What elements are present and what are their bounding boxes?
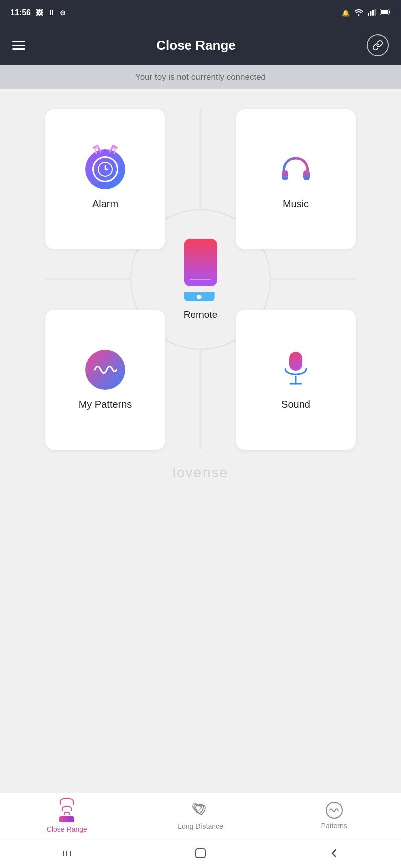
nav-patterns[interactable]: Patterns — [267, 793, 401, 838]
svg-rect-11 — [289, 352, 302, 371]
connection-status-text: Your toy is not currently connected — [135, 72, 266, 82]
headphones-icon — [276, 149, 316, 189]
connection-banner: Your toy is not currently connected — [0, 65, 401, 89]
alarm-status-icon: 🔔 — [342, 9, 350, 17]
svg-rect-3 — [375, 9, 376, 16]
signal-icon — [368, 9, 376, 17]
system-nav — [0, 838, 401, 868]
home-button[interactable] — [194, 847, 207, 860]
alarm-card[interactable]: Alarm — [45, 109, 165, 249]
wifi-icon — [354, 8, 364, 18]
remote-phone-icon — [184, 239, 217, 286]
control-grid-wrapper: Alarm — [45, 109, 356, 450]
nav-patterns-label: Patterns — [321, 822, 347, 830]
remote-label: Remote — [184, 309, 218, 320]
patterns-card[interactable]: My Patterns — [45, 310, 165, 450]
patterns-label: My Patterns — [79, 399, 132, 410]
status-bar: 11:56 🖼 ⏸ ⊖ 🔔 — [0, 0, 401, 25]
main-content: Alarm — [0, 89, 401, 793]
svg-rect-14 — [190, 279, 211, 280]
remote-card[interactable]: Remote — [184, 239, 218, 320]
svg-rect-2 — [372, 10, 374, 16]
svg-rect-10 — [303, 170, 310, 180]
back-button[interactable] — [328, 847, 340, 859]
nav-close-range[interactable]: Close Range — [0, 793, 134, 838]
sound-label: Sound — [281, 399, 310, 410]
nav-close-range-label: Close Range — [47, 825, 87, 833]
hamburger-menu[interactable] — [12, 41, 25, 50]
svg-rect-18 — [196, 849, 205, 858]
status-time: 11:56 — [10, 8, 31, 17]
music-card[interactable]: Music — [236, 109, 356, 249]
dnd-icon: ⊖ — [60, 9, 66, 17]
microphone-icon — [276, 350, 316, 390]
signal-waves — [60, 798, 74, 815]
patterns-nav-icon — [326, 802, 343, 819]
signal-wave-small — [64, 812, 70, 815]
link-button[interactable] — [367, 34, 389, 56]
alarm-icon — [85, 149, 125, 189]
bottom-nav: Close Range Long Distance Patterns — [0, 793, 401, 838]
svg-rect-1 — [370, 11, 372, 16]
photo-icon: 🖼 — [36, 9, 43, 17]
nav-long-distance[interactable]: Long Distance — [134, 793, 268, 838]
pause-icon: ⏸ — [48, 9, 55, 17]
remote-dot — [197, 295, 202, 299]
close-range-nav-icon — [59, 798, 74, 822]
music-label: Music — [283, 198, 309, 210]
remote-icon-wrapper — [184, 239, 217, 294]
sound-card[interactable]: Sound — [236, 310, 356, 450]
watermark: lovense — [173, 465, 229, 481]
signal-wave-large — [60, 798, 74, 805]
header: Close Range — [0, 25, 401, 65]
hearts-icon — [191, 801, 210, 819]
alarm-label: Alarm — [92, 198, 118, 210]
patterns-icon — [85, 350, 125, 390]
remote-base — [184, 292, 215, 301]
page-title: Close Range — [156, 38, 236, 53]
device-base-icon — [59, 816, 74, 822]
signal-wave-medium — [62, 806, 72, 811]
svg-rect-5 — [381, 10, 388, 14]
alarm-face — [92, 156, 118, 182]
battery-icon — [380, 9, 391, 17]
svg-rect-0 — [368, 13, 369, 16]
status-right-group: 🔔 — [342, 8, 391, 18]
status-time-group: 11:56 🖼 ⏸ ⊖ — [10, 8, 66, 17]
recent-apps-button[interactable] — [61, 847, 73, 859]
svg-rect-9 — [282, 170, 288, 180]
nav-long-distance-label: Long Distance — [178, 822, 223, 830]
